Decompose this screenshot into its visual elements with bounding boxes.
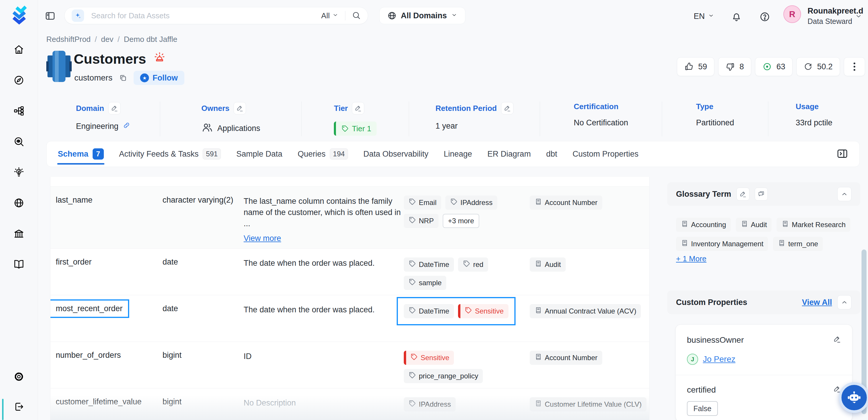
search-scope-dropdown[interactable]: All xyxy=(321,11,339,20)
refresh-icon xyxy=(804,62,812,71)
usage-score-button[interactable]: 50.2 xyxy=(796,57,840,76)
edit-retention-period-button[interactable] xyxy=(501,102,514,115)
tag-chip[interactable]: sample xyxy=(404,276,446,290)
help-button[interactable] xyxy=(759,11,770,23)
views-button[interactable]: 63 xyxy=(755,57,793,76)
tag-chip[interactable]: Sensitive xyxy=(404,351,454,365)
book-icon xyxy=(534,400,542,407)
sidebar-item-glossary[interactable] xyxy=(12,258,25,271)
sidebar-item-explore[interactable] xyxy=(12,74,25,87)
sidebar-item-lineage[interactable] xyxy=(12,104,25,117)
column-type: date xyxy=(162,258,239,267)
upvote-button[interactable]: 59 xyxy=(677,57,714,76)
edit-domain-button[interactable] xyxy=(108,102,121,115)
glossary-term-title: Glossary Term xyxy=(676,190,731,199)
tab-er-diagram[interactable]: ER Diagram xyxy=(488,141,531,167)
tag-chip[interactable]: DateTime xyxy=(404,304,454,318)
sidebar-item-observability[interactable] xyxy=(12,135,25,148)
glossary-term-chip[interactable]: Account Number xyxy=(530,196,602,210)
sidebar-toggle-button[interactable] xyxy=(45,11,56,22)
all-domains-button[interactable]: All Domains xyxy=(379,7,465,24)
ai-sparkle-icon[interactable] xyxy=(72,9,84,22)
tab-sample-data[interactable]: Sample Data xyxy=(236,141,282,167)
tag-chip[interactable]: Sensitive xyxy=(458,304,508,318)
edit-glossary-button[interactable] xyxy=(737,187,749,201)
sidebar-item-settings[interactable] xyxy=(12,370,25,383)
tab-queries[interactable]: Queries 194 xyxy=(298,141,348,167)
edit-owners-button[interactable] xyxy=(234,102,246,115)
bell-icon xyxy=(731,11,742,22)
glossary-term-chip[interactable]: Audit xyxy=(736,218,772,232)
chevron-up-icon xyxy=(841,299,848,306)
user-menu-chevron[interactable] xyxy=(855,12,862,21)
glossary-term-chip[interactable]: Account Number xyxy=(530,351,602,365)
glossary-term-chip[interactable]: Audit xyxy=(530,258,566,272)
tab-data-observability[interactable]: Data Observability xyxy=(363,141,429,167)
copy-name-button[interactable] xyxy=(119,74,127,82)
user-role: Data Steward xyxy=(808,17,852,26)
tag-chip[interactable]: IPAddress xyxy=(445,196,497,210)
tag-icon xyxy=(408,371,416,379)
glossary-term-chip[interactable]: Inventory Management xyxy=(676,237,768,251)
search-input[interactable] xyxy=(91,11,315,21)
user-avatar[interactable]: R xyxy=(783,5,801,23)
tab-activity-feeds-tasks[interactable]: Activity Feeds & Tasks 591 xyxy=(119,141,221,167)
sidebar-item-governance[interactable] xyxy=(12,227,25,240)
glossary-term-chip[interactable]: Market Research xyxy=(777,218,850,232)
breadcrumb-item[interactable]: Demo dbt Jaffle xyxy=(124,35,178,44)
tag-chip[interactable]: price_range_policy xyxy=(404,369,483,383)
tab-badge: 194 xyxy=(330,148,348,159)
tab-dbt[interactable]: dbt xyxy=(546,141,557,167)
edit-property-button[interactable] xyxy=(833,335,841,344)
sidebar-item-home[interactable] xyxy=(12,43,25,56)
lineage-icon xyxy=(13,105,25,117)
alert-siren-icon[interactable] xyxy=(153,51,166,67)
breadcrumb-item[interactable]: RedshiftProd xyxy=(46,35,91,44)
language-selector[interactable]: EN xyxy=(694,12,714,21)
tab-lineage[interactable]: Lineage xyxy=(443,141,472,167)
tag-chip[interactable]: Email xyxy=(404,196,441,210)
tag-chip[interactable]: IPAddress xyxy=(404,397,456,412)
glossary-comment-button[interactable] xyxy=(755,187,768,201)
tag-chip[interactable]: red xyxy=(458,258,488,272)
view-more-link[interactable]: View more xyxy=(244,233,404,244)
property-user-link[interactable]: Jo Perez xyxy=(703,355,736,364)
column-name[interactable]: number_of_orders xyxy=(56,351,121,360)
tab-schema[interactable]: Schema 7 xyxy=(58,141,104,167)
search-button[interactable] xyxy=(352,11,361,21)
tag-chip[interactable]: NRP xyxy=(404,214,439,228)
glossary-term-chip[interactable]: Customer Lifetime Value (CLV) xyxy=(530,397,647,412)
column-name[interactable]: last_name xyxy=(56,196,93,204)
sidebar-item-domains[interactable] xyxy=(12,197,25,209)
custom-properties-collapse-button[interactable] xyxy=(837,295,851,309)
glossary-term-chip[interactable]: Annual Contract Value (ACV) xyxy=(530,304,641,318)
edit-tier-button[interactable] xyxy=(352,102,364,115)
chatbot-button[interactable] xyxy=(839,382,868,413)
tag-chip[interactable]: DateTime xyxy=(404,258,454,272)
notifications-button[interactable] xyxy=(731,11,742,23)
sidebar-item-logout[interactable] xyxy=(12,400,25,413)
glossary-collapse-button[interactable] xyxy=(837,187,851,201)
right-panel-toggle-button[interactable] xyxy=(836,148,848,160)
view-all-link[interactable]: View All xyxy=(802,298,832,307)
breadcrumb-item[interactable]: dev xyxy=(101,35,114,44)
glossary-more-link[interactable]: + 1 More xyxy=(676,254,706,263)
column-name[interactable]: most_recent_order xyxy=(56,304,123,313)
tier-chip[interactable]: Tier 1 xyxy=(334,121,377,136)
tab-custom-properties[interactable]: Custom Properties xyxy=(572,141,639,167)
logout-icon xyxy=(13,401,25,412)
downvote-button[interactable]: 8 xyxy=(718,57,751,76)
column-name[interactable]: first_order xyxy=(56,258,92,266)
follow-button[interactable]: ★ Follow xyxy=(134,71,184,85)
glossary-term-chip[interactable]: term_one xyxy=(773,237,823,251)
redshift-table-icon xyxy=(46,51,72,83)
more-actions-button[interactable] xyxy=(844,57,865,76)
column-name[interactable]: customer_lifetime_value xyxy=(56,397,142,406)
app-logo[interactable] xyxy=(9,5,30,28)
more-tags-chip[interactable]: +3 more xyxy=(443,214,479,228)
entity-metadata-strip: Domain Engineering Owners Applications T… xyxy=(46,101,860,136)
global-search[interactable]: All xyxy=(64,7,368,24)
glossary-term-chip[interactable]: Accounting xyxy=(676,218,731,232)
sidebar-item-insights[interactable] xyxy=(12,166,25,179)
scroll-accent xyxy=(2,399,4,420)
